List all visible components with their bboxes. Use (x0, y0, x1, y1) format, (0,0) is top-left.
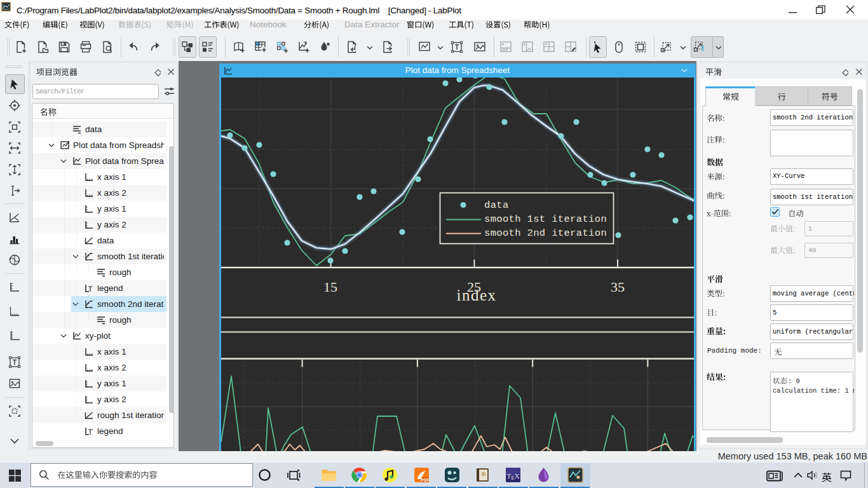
svg-text:PDF: PDF (421, 478, 430, 482)
svg-text:1: 1 (701, 44, 705, 52)
